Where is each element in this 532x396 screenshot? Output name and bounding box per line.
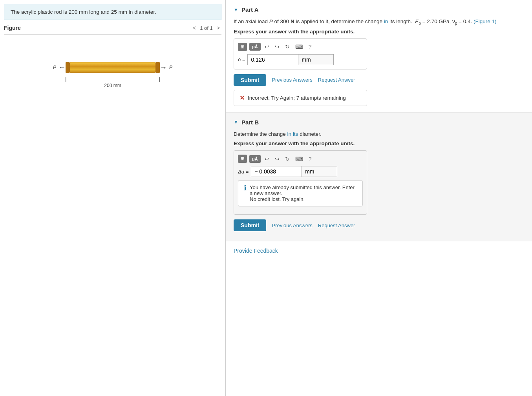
part-a-previous-answers-link[interactable]: Previous Answers xyxy=(272,77,312,83)
figure-prev-button[interactable]: < xyxy=(191,24,197,32)
part-b-info-line2: No credit lost. Try again. xyxy=(250,196,305,202)
part-a-express-label: Express your answer with the appropriate… xyxy=(234,29,524,35)
info-icon: ℹ xyxy=(244,184,247,192)
part-b-feedback-info: ℹ You have already submitted this answer… xyxy=(238,180,363,206)
part-b-collapse-arrow[interactable]: ▼ xyxy=(234,119,238,125)
figure-page-indicator: 1 of 1 xyxy=(200,25,213,31)
part-a-collapse-arrow[interactable]: ▼ xyxy=(234,7,238,13)
part-b-its: its xyxy=(293,131,298,137)
part-b-help-btn[interactable]: ? xyxy=(307,155,313,163)
left-panel: The acrylic plastic rod is 200 mm long a… xyxy=(0,0,226,396)
rod-right-cap xyxy=(156,62,160,73)
part-a-answer-box: ⊞ μÅ ↩ ↪ ↻ ⌨ ? δ = xyxy=(234,38,367,69)
part-a-unit-input[interactable] xyxy=(298,54,334,65)
dim-line-bar xyxy=(66,79,159,79)
problem-statement-text: The acrylic plastic rod is 200 mm long a… xyxy=(11,9,156,15)
part-b-toolbar-template-btn[interactable]: ⊞ xyxy=(238,155,247,163)
part-b-in: in xyxy=(287,131,292,137)
dim-right-tick: | xyxy=(159,76,160,82)
part-b-undo-btn[interactable]: ↩ xyxy=(263,155,271,163)
part-a-ep: E xyxy=(415,18,419,24)
part-b-toolbar-unit-btn[interactable]: μÅ xyxy=(249,155,261,163)
part-a-toolbar: ⊞ μÅ ↩ ↪ ↻ ⌨ ? xyxy=(238,43,363,51)
part-a-header: ▼ Part A xyxy=(234,6,524,13)
part-b-question: Determine the change in its diameter. xyxy=(234,130,524,138)
figure-next-button[interactable]: > xyxy=(215,24,221,32)
figure-diagram: P ← → P | | xyxy=(4,38,221,96)
rod-row: P ← → P xyxy=(53,62,172,73)
part-a-toolbar-template-btn[interactable]: ⊞ xyxy=(238,43,247,51)
dimension-text: 200 mm xyxy=(104,83,121,88)
part-b-section: ▼ Part B Determine the change in its dia… xyxy=(226,113,532,241)
provide-feedback-link[interactable]: Provide Feedback xyxy=(234,248,278,254)
left-arrow-icon: ← xyxy=(59,64,66,72)
part-a-input-row: δ = xyxy=(238,54,363,65)
part-b-submit-button[interactable]: Submit xyxy=(234,219,266,231)
part-a-submit-row: Submit Previous Answers Request Answer xyxy=(234,74,524,86)
problem-statement: The acrylic plastic rod is 200 mm long a… xyxy=(4,4,221,20)
right-panel: ▼ Part A If an axial load P of 300 N is … xyxy=(226,0,532,396)
figure-header: Figure < 1 of 1 > xyxy=(4,24,221,35)
rod-body xyxy=(69,62,156,73)
part-b-info-line1: You have already submitted this answer. … xyxy=(250,184,355,196)
part-b-previous-answers-link[interactable]: Previous Answers xyxy=(272,223,312,228)
part-b-eq-label: Δd = xyxy=(238,169,249,175)
part-b-toolbar: ⊞ μÅ ↩ ↪ ↻ ⌨ ? xyxy=(238,155,363,163)
part-a-nu-sub: p xyxy=(455,21,457,26)
part-b-submit-row: Submit Previous Answers Request Answer xyxy=(234,219,524,231)
dimension-line: | | xyxy=(65,76,160,82)
part-a-ep-sub: p xyxy=(419,21,421,26)
part-b-answer-input[interactable] xyxy=(251,166,302,177)
rod-diagram: P ← → P | | xyxy=(53,62,172,88)
part-a-in: in xyxy=(384,18,388,24)
part-a-feedback-message: Incorrect; Try Again; 7 attempts remaini… xyxy=(248,95,346,101)
part-a-submit-button[interactable]: Submit xyxy=(234,74,266,86)
part-a-eq-label: δ = xyxy=(238,57,245,62)
part-b-header: ▼ Part B xyxy=(234,119,524,126)
p-label-left: P xyxy=(53,65,56,70)
part-a-label: Part A xyxy=(241,6,259,13)
part-b-request-answer-link[interactable]: Request Answer xyxy=(318,223,355,228)
figure-title: Figure xyxy=(4,25,21,31)
part-a-answer-input[interactable] xyxy=(247,54,298,65)
part-b-label: Part B xyxy=(241,119,259,126)
part-a-keyboard-btn[interactable]: ⌨ xyxy=(294,43,305,51)
part-a-redo-btn[interactable]: ↪ xyxy=(273,43,281,51)
p-label-right: P xyxy=(169,65,172,70)
part-a-x-icon: ✕ xyxy=(239,94,245,102)
part-b-info-text: You have already submitted this answer. … xyxy=(250,184,357,202)
part-b-keyboard-btn[interactable]: ⌨ xyxy=(294,155,305,163)
part-b-info-container: ℹ You have already submitted this answer… xyxy=(238,180,363,206)
part-a-toolbar-unit-btn[interactable]: μÅ xyxy=(249,43,261,51)
part-a-help-btn[interactable]: ? xyxy=(307,43,313,51)
part-a-feedback-incorrect: ✕ Incorrect; Try Again; 7 attempts remai… xyxy=(234,90,367,106)
rod-left-cap xyxy=(66,62,69,73)
part-b-express-label: Express your answer with the appropriate… xyxy=(234,141,524,146)
figure-section: Figure < 1 of 1 > P ← xyxy=(0,20,225,396)
part-a-undo-btn[interactable]: ↩ xyxy=(263,43,271,51)
part-b-answer-box: ⊞ μÅ ↩ ↪ ↻ ⌨ ? Δd = ℹ You have already s… xyxy=(234,150,367,215)
part-a-request-answer-link[interactable]: Request Answer xyxy=(318,77,355,83)
right-arrow-icon: → xyxy=(160,64,167,72)
part-b-refresh-btn[interactable]: ↻ xyxy=(283,155,291,163)
provide-feedback-section: Provide Feedback xyxy=(226,241,532,260)
figure-navigation: < 1 of 1 > xyxy=(191,24,221,32)
part-b-input-row: Δd = xyxy=(238,166,363,177)
part-a-question: If an axial load P of 300 N is applied t… xyxy=(234,18,524,26)
part-b-unit-input[interactable] xyxy=(302,166,337,177)
part-b-redo-btn[interactable]: ↪ xyxy=(273,155,281,163)
part-a-refresh-btn[interactable]: ↻ xyxy=(283,43,291,51)
part-a-p-var: P xyxy=(269,18,273,24)
rod-assembly xyxy=(66,62,160,73)
part-a-figure-link[interactable]: (Figure 1) xyxy=(473,18,497,24)
part-a-section: ▼ Part A If an axial load P of 300 N is … xyxy=(226,0,532,113)
